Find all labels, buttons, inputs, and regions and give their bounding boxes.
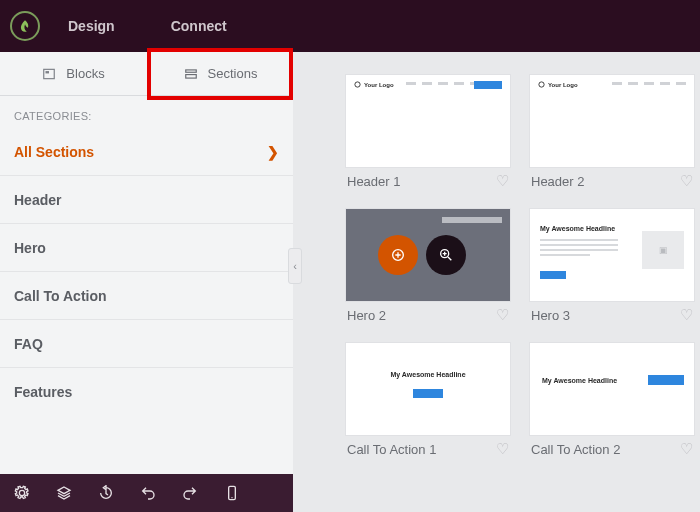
tab-blocks[interactable]: Blocks [0, 52, 147, 95]
favorite-button[interactable]: ♡ [496, 306, 509, 324]
section-card[interactable]: My Awesome Headline Call To Action 1♡ [345, 342, 511, 468]
tab-blocks-label: Blocks [66, 66, 104, 81]
plus-circle-icon [390, 247, 406, 263]
favorite-button[interactable]: ♡ [496, 172, 509, 190]
category-label: All Sections [14, 144, 94, 160]
card-title: Call To Action 1 [347, 442, 436, 457]
thumb-hero-2 [345, 208, 511, 302]
bottom-toolbar [0, 474, 293, 512]
tab-sections-label: Sections [208, 66, 258, 81]
svg-point-6 [355, 82, 360, 87]
category-hero[interactable]: Hero [0, 224, 293, 272]
favorite-button[interactable]: ♡ [680, 172, 693, 190]
cta-placeholder [540, 271, 566, 279]
history-icon [98, 485, 114, 501]
mobile-icon [224, 485, 240, 501]
category-list: All Sections ❯ Header Hero Call To Actio… [0, 128, 293, 474]
thumb-cta-2: My Awesome Headline [529, 342, 695, 436]
thumb-header-2: Your Logo [529, 74, 695, 168]
card-title: Call To Action 2 [531, 442, 620, 457]
thumb-cta-1: My Awesome Headline [345, 342, 511, 436]
cta-placeholder [648, 375, 684, 385]
svg-rect-3 [185, 74, 196, 78]
svg-rect-2 [185, 69, 196, 71]
sections-icon [184, 67, 198, 81]
chevron-left-icon: ‹ [293, 260, 297, 272]
section-card[interactable]: Hero 2♡ [345, 208, 511, 334]
cta-placeholder [474, 81, 502, 89]
category-all-sections[interactable]: All Sections ❯ [0, 128, 293, 176]
tab-sections[interactable]: Sections [147, 52, 294, 95]
favorite-button[interactable]: ♡ [496, 440, 509, 458]
thumb-hero-3: My Awesome Headline ▣ [529, 208, 695, 302]
section-card[interactable]: Your Logo Header 2♡ [529, 74, 695, 200]
zoom-icon [438, 247, 454, 263]
categories-heading: CATEGORIES: [0, 96, 293, 128]
favorite-button[interactable]: ♡ [680, 440, 693, 458]
category-header[interactable]: Header [0, 176, 293, 224]
gear-icon [14, 485, 30, 501]
nav-design[interactable]: Design [68, 18, 115, 34]
top-nav: Design Connect [68, 18, 227, 34]
thumb-header-1: Your Logo [345, 74, 511, 168]
blocks-icon [42, 67, 56, 81]
favorite-button[interactable]: ♡ [680, 306, 693, 324]
card-title: Header 1 [347, 174, 400, 189]
collapse-sidebar-button[interactable]: ‹ [288, 248, 302, 284]
svg-point-5 [231, 497, 232, 498]
library-tabs: Blocks Sections [0, 52, 293, 96]
headline-placeholder: My Awesome Headline [540, 225, 615, 232]
category-label: Header [14, 192, 61, 208]
headline-placeholder: My Awesome Headline [542, 377, 617, 384]
headline-placeholder: My Awesome Headline [390, 371, 465, 378]
leaf-icon [18, 19, 32, 33]
category-label: Features [14, 384, 72, 400]
mobile-preview-button[interactable] [224, 485, 240, 501]
menu-placeholder [612, 82, 686, 85]
card-title: Hero 3 [531, 308, 570, 323]
undo-button[interactable] [140, 485, 156, 501]
category-label: Hero [14, 240, 46, 256]
sidebar: Blocks Sections CATEGORIES: All Sections… [0, 52, 293, 512]
cta-placeholder [413, 389, 443, 398]
top-bar: Design Connect [0, 0, 700, 52]
category-features[interactable]: Features [0, 368, 293, 416]
add-section-button[interactable] [378, 235, 418, 275]
svg-rect-0 [44, 69, 55, 78]
app-logo[interactable] [10, 11, 40, 41]
category-call-to-action[interactable]: Call To Action [0, 272, 293, 320]
logo-placeholder: Your Logo [538, 81, 578, 88]
preview-section-button[interactable] [426, 235, 466, 275]
redo-icon [182, 485, 198, 501]
svg-rect-1 [46, 71, 50, 73]
card-title: Header 2 [531, 174, 584, 189]
headline-placeholder [442, 217, 502, 223]
section-card[interactable]: My Awesome Headline Call To Action 2♡ [529, 342, 695, 468]
category-label: FAQ [14, 336, 43, 352]
card-title: Hero 2 [347, 308, 386, 323]
chevron-right-icon: ❯ [267, 144, 279, 160]
category-faq[interactable]: FAQ [0, 320, 293, 368]
section-card[interactable]: Your Logo Header 1♡ [345, 74, 511, 200]
logo-placeholder: Your Logo [354, 81, 394, 88]
paragraph-placeholder [540, 239, 618, 256]
image-placeholder: ▣ [642, 231, 684, 269]
undo-icon [140, 485, 156, 501]
history-button[interactable] [98, 485, 114, 501]
layers-button[interactable] [56, 485, 72, 501]
section-card[interactable]: My Awesome Headline ▣ Hero 3♡ [529, 208, 695, 334]
redo-button[interactable] [182, 485, 198, 501]
nav-connect[interactable]: Connect [171, 18, 227, 34]
category-label: Call To Action [14, 288, 107, 304]
svg-point-7 [539, 82, 544, 87]
layers-icon [56, 485, 72, 501]
settings-button[interactable] [14, 485, 30, 501]
menu-placeholder [406, 82, 480, 85]
section-gallery: Your Logo Header 1♡ Your Logo Header 2♡ [293, 52, 700, 512]
